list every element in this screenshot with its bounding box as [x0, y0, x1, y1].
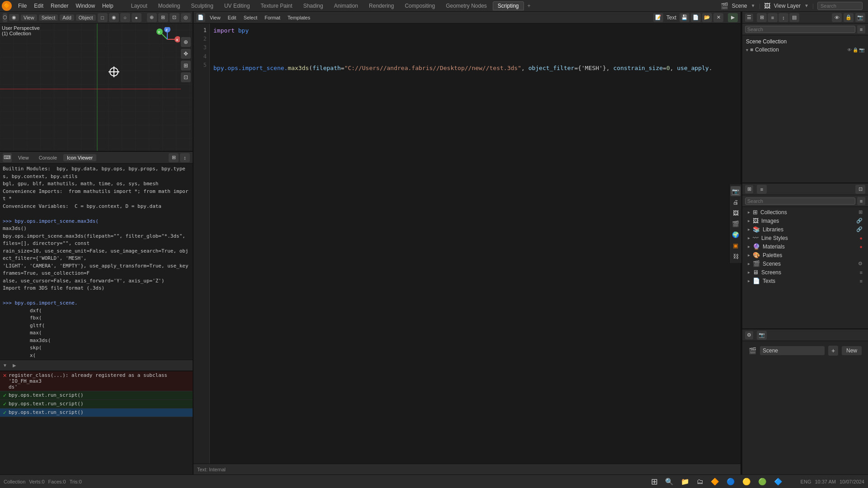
menu-render[interactable]: Render	[47, 2, 72, 10]
data-item-texts[interactable]: ▸ 📄 Texts ≡	[742, 277, 868, 285]
add-btn[interactable]: Add	[60, 14, 74, 21]
object-btn[interactable]: Object	[76, 14, 96, 21]
collection-item-main[interactable]: ▾ ■ Collection 👁 🔒 📷	[742, 46, 868, 54]
new-scene-btn[interactable]: New	[842, 346, 862, 355]
props-icon-scene[interactable]: 🎬	[731, 219, 741, 229]
props-render-icon[interactable]: 📷	[757, 331, 767, 340]
outliner-visibility-toggle[interactable]: 👁	[832, 13, 842, 22]
tab-shading[interactable]: Shading	[298, 1, 328, 10]
menu-edit[interactable]: Edit	[30, 2, 47, 10]
data-orphan-purge[interactable]: ⊡	[855, 185, 865, 194]
taskbar-app2-btn[interactable]: 🟡	[742, 478, 751, 486]
viewport-overlay-btn[interactable]: ⊕	[147, 13, 157, 22]
object-mode-btn[interactable]: ◉	[9, 14, 19, 21]
viewport-snap-btn[interactable]: ⊡	[170, 13, 179, 22]
editor-select-btn[interactable]: Select	[241, 14, 260, 21]
props-icon-view-layer[interactable]: 🖼	[731, 208, 741, 218]
taskbar-file-btn[interactable]: 📁	[681, 478, 689, 486]
tab-rendering[interactable]: Rendering	[364, 1, 399, 10]
select-btn[interactable]: Select	[39, 14, 58, 21]
scene-name-box[interactable]: Scene	[760, 346, 825, 355]
taskbar-app1-btn[interactable]: 🔵	[726, 478, 735, 486]
data-browser-filter-btn[interactable]: ≡	[857, 197, 865, 205]
viewport-gizmo-btn[interactable]: ⊞	[158, 13, 168, 22]
console-tab-console[interactable]: Console	[35, 154, 61, 161]
props-icon-output[interactable]: 🖨	[731, 197, 741, 207]
outliner-sort-options[interactable]: ↕	[778, 13, 788, 22]
outliner-search-input[interactable]	[745, 26, 855, 33]
menu-help[interactable]: Help	[99, 2, 117, 10]
viewport-shading-render[interactable]: ●	[132, 13, 142, 22]
tab-layout[interactable]: Layout	[126, 1, 152, 10]
data-browser-type-icon[interactable]: ⊞	[745, 185, 753, 193]
tab-compositing[interactable]: Compositing	[400, 1, 440, 10]
text-run-btn[interactable]: ▶	[728, 13, 738, 22]
props-icon-render[interactable]: 📷	[731, 186, 741, 196]
menu-file[interactable]: File	[14, 2, 30, 10]
add-scene-btn[interactable]: +	[828, 346, 838, 356]
viewport-gizmo[interactable]: X Y Z	[155, 27, 180, 53]
taskbar-search-btn[interactable]: 🔍	[665, 478, 674, 486]
editor-templates-btn[interactable]: Templates	[285, 14, 313, 21]
viewport-proportional-btn[interactable]: ◎	[181, 13, 191, 22]
data-item-screens[interactable]: ▸ 🖥 Screens ≡	[742, 268, 868, 277]
tab-animation[interactable]: Animation	[329, 1, 363, 10]
tab-uv-editing[interactable]: UV Editing	[219, 1, 255, 10]
menu-window[interactable]: Window	[72, 2, 99, 10]
data-item-scenes[interactable]: ▸ 🎬 Scenes ⚙	[742, 259, 868, 268]
scene-dropdown-icon[interactable]: ▼	[751, 3, 755, 8]
outliner-type-icon[interactable]: ☰	[745, 14, 753, 22]
console-wrap-btn[interactable]: ⊞	[169, 153, 179, 162]
data-item-line-styles[interactable]: ▸ 〰 Line Styles ●	[742, 234, 868, 242]
data-browser-options[interactable]: ≡	[757, 185, 767, 194]
data-browser-search-input[interactable]	[745, 197, 855, 205]
editor-view-btn[interactable]: View	[207, 14, 223, 21]
text-editor-type-icon[interactable]: 📄	[196, 13, 205, 22]
taskbar-blender-btn[interactable]: 🔶	[711, 478, 719, 486]
props-icon-constraint[interactable]: ⛓	[731, 251, 741, 261]
viewport-type-icon[interactable]: ⬡	[3, 13, 7, 22]
tab-texture-paint[interactable]: Texture Paint	[256, 1, 297, 10]
taskbar-folder-btn[interactable]: 🗂	[697, 478, 703, 485]
taskbar-app3-btn[interactable]: 🟢	[758, 478, 767, 486]
sidebar-snap-tool[interactable]: ⊞	[181, 61, 191, 70]
viewport-shading-material[interactable]: ○	[120, 13, 130, 22]
outliner-filter-btn[interactable]: ≡	[857, 25, 865, 33]
outliner-view-options[interactable]: ⊞	[757, 13, 767, 22]
text-save-btn[interactable]: 💾	[679, 13, 689, 22]
viewport-shading-solid[interactable]: ◉	[109, 13, 119, 22]
data-item-materials[interactable]: ▸ 🔮 Materials ●	[742, 242, 868, 251]
console-type-icon[interactable]: ⌨	[3, 153, 12, 162]
data-item-collections[interactable]: ▸ ⊞ Collections ⊞	[742, 208, 868, 216]
tab-geometry-nodes[interactable]: Geometry Nodes	[441, 1, 492, 10]
taskbar-windows-btn[interactable]: ⊞	[651, 477, 658, 487]
add-workspace-btn[interactable]: +	[525, 2, 533, 10]
log-entry-success-3[interactable]: ✓ bpy.ops.text.run_script()	[0, 408, 193, 417]
console-tab-view[interactable]: View	[14, 154, 33, 161]
text-type-icon[interactable]: 📝	[653, 13, 663, 22]
outliner-render-toggle[interactable]: 📷	[855, 13, 865, 22]
tab-modeling[interactable]: Modeling	[153, 1, 185, 10]
viewport-shading-wire[interactable]: □	[98, 13, 108, 22]
sidebar-measure-tool[interactable]: ⊡	[181, 72, 191, 82]
taskbar-app4-btn[interactable]: 🔷	[774, 478, 783, 486]
outliner-restrict-toggle[interactable]: 🔒	[844, 13, 854, 22]
data-item-libraries[interactable]: ▸ 📚 Libraries 🔗	[742, 225, 868, 234]
sidebar-move-tool[interactable]: ✥	[181, 49, 191, 59]
top-search-input[interactable]	[817, 2, 863, 10]
console-tab-iconviewer[interactable]: Icon Viewer	[63, 154, 96, 161]
properties-type-icon[interactable]: ⚙	[745, 331, 753, 339]
tab-scripting[interactable]: Scripting	[493, 1, 524, 10]
props-icon-object[interactable]: ▣	[731, 240, 741, 250]
outliner-collapse-all[interactable]: ▤	[789, 13, 799, 22]
console-history-btn[interactable]: ↕	[180, 153, 190, 162]
text-close-btn[interactable]: ✕	[713, 13, 723, 22]
data-item-images[interactable]: ▸ 🖼 Images 🔗	[742, 216, 868, 225]
view-btn[interactable]: View	[21, 14, 37, 21]
layer-dropdown-icon[interactable]: ▼	[804, 3, 809, 8]
blender-logo[interactable]: 🔶	[2, 1, 12, 11]
sidebar-cursor-tool[interactable]: ⊕	[181, 37, 191, 47]
data-item-palettes[interactable]: ▸ 🎨 Palettes	[742, 251, 868, 259]
props-icon-world[interactable]: 🌍	[731, 230, 741, 239]
viewport-canvas[interactable]: User Perspective (1) Collection X Y Z	[0, 23, 193, 152]
